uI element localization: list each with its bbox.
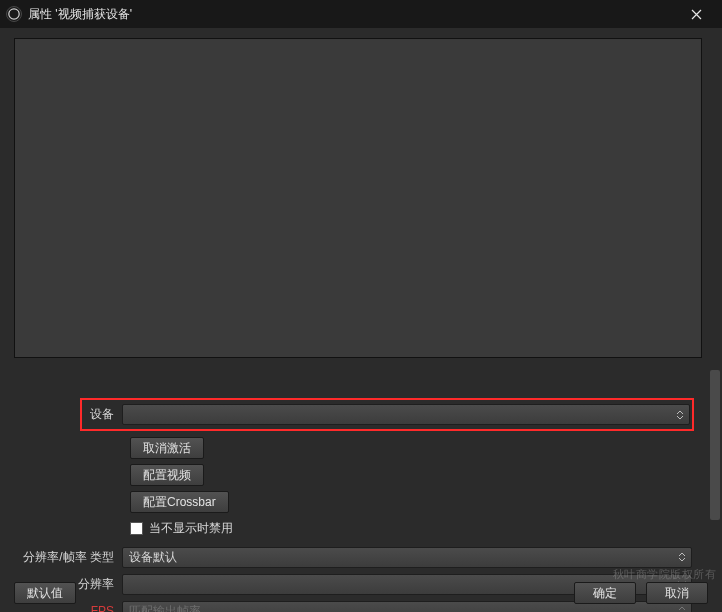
disable-when-hidden-checkbox[interactable] bbox=[130, 522, 143, 535]
res-fps-type-value: 设备默认 bbox=[129, 549, 177, 566]
cancel-button[interactable]: 取消 bbox=[646, 582, 708, 604]
svg-point-3 bbox=[14, 11, 18, 15]
scrollbar-thumb[interactable] bbox=[710, 370, 720, 520]
dialog-footer: 默认值 确定 取消 bbox=[0, 580, 722, 606]
ok-button[interactable]: 确定 bbox=[574, 582, 636, 604]
config-video-button[interactable]: 配置视频 bbox=[130, 464, 204, 486]
device-label: 设备 bbox=[82, 406, 122, 423]
svg-point-2 bbox=[10, 11, 14, 15]
window-title: 属性 '视频捕获设备' bbox=[28, 6, 132, 23]
close-button[interactable] bbox=[676, 0, 716, 28]
svg-point-4 bbox=[12, 15, 16, 19]
updown-icon bbox=[675, 549, 689, 566]
deactivate-button[interactable]: 取消激活 bbox=[130, 437, 204, 459]
obs-logo-icon bbox=[6, 6, 22, 22]
device-row-highlight: 设备 bbox=[80, 398, 694, 431]
properties-form: 设备 取消激活 配置视频 配置Crossbar 当不显示时禁用 分辨率/帧率 类… bbox=[10, 368, 712, 576]
updown-icon bbox=[673, 406, 687, 423]
vertical-scrollbar[interactable] bbox=[708, 370, 722, 580]
device-select[interactable] bbox=[122, 404, 690, 425]
disable-when-hidden-label: 当不显示时禁用 bbox=[149, 520, 233, 537]
defaults-button[interactable]: 默认值 bbox=[14, 582, 76, 604]
config-crossbar-button[interactable]: 配置Crossbar bbox=[130, 491, 229, 513]
res-fps-type-label: 分辨率/帧率 类型 bbox=[10, 549, 122, 566]
res-fps-type-select[interactable]: 设备默认 bbox=[122, 547, 692, 568]
preview-area bbox=[14, 38, 702, 358]
titlebar: 属性 '视频捕获设备' bbox=[0, 0, 722, 28]
